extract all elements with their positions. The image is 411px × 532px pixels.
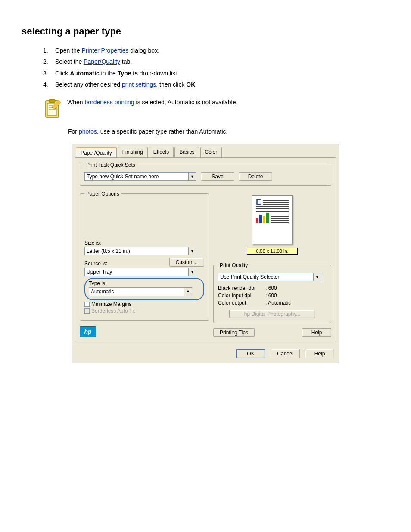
info-val: : 600 [265, 292, 277, 299]
quickset-name-combo[interactable]: ▼ [84, 172, 196, 181]
checkbox-icon [84, 308, 90, 314]
type-label: Type is: [89, 280, 200, 286]
step-text: Select the [55, 58, 84, 65]
chevron-down-icon[interactable]: ▼ [188, 268, 196, 276]
tab-effects[interactable]: Effects [149, 147, 174, 157]
preview-letter-icon: E [256, 199, 261, 205]
help-button[interactable]: Help [305, 349, 334, 358]
step-bold: Type is [118, 70, 138, 77]
info-val: : 600 [265, 285, 277, 292]
checkbox-icon[interactable] [84, 302, 90, 307]
info-key: Black render dpi [218, 285, 265, 292]
step-text: . [195, 81, 197, 88]
help-panel-button[interactable]: Help [302, 328, 331, 337]
step-text: in the [100, 70, 118, 77]
step-bold: OK [186, 81, 195, 88]
tab-basics[interactable]: Basics [174, 147, 199, 157]
printer-properties-dialog: Paper/Quality Finishing Effects Basics C… [72, 144, 339, 363]
page-preview: E [252, 195, 293, 244]
step-1: 1. Open the Printer Properties dialog bo… [43, 46, 389, 55]
step-text: , then click [156, 81, 186, 88]
group-legend: Print Task Quick Sets [84, 162, 137, 168]
step-number: 1. [43, 46, 55, 55]
note-line: , use a specific paper type rather than … [97, 128, 228, 135]
info-key: Color input dpi [218, 292, 265, 299]
step-4: 4. Select any other desired print settin… [43, 80, 389, 89]
size-select[interactable]: ▼ [84, 247, 196, 255]
info-key: Color output [218, 299, 265, 307]
note-line: When [67, 99, 84, 106]
custom-button[interactable]: Custom... [169, 258, 204, 267]
source-select[interactable]: ▼ [84, 268, 196, 276]
group-paper-options: Paper Options Size is: ▼ Source is: Cust… [80, 191, 209, 321]
step-text: Click [55, 70, 70, 77]
group-legend: Print Quality [218, 262, 249, 268]
link-borderless-printing[interactable]: borderless printing [84, 99, 134, 106]
link-paper-quality[interactable]: Paper/Quality [84, 58, 120, 65]
chevron-down-icon[interactable]: ▼ [188, 172, 196, 181]
tab-panel-paper-quality: Print Task Quick Sets ▼ Save Delete Pape… [75, 157, 336, 342]
type-value[interactable] [89, 287, 184, 296]
step-3: 3. Click Automatic in the Type is drop-d… [43, 68, 389, 78]
svg-rect-6 [49, 99, 55, 103]
printing-tips-button[interactable]: Printing Tips [213, 328, 255, 337]
print-quality-select[interactable]: ▼ [218, 273, 321, 281]
type-highlight: Type is: ▼ [84, 278, 204, 300]
tab-finishing[interactable]: Finishing [118, 147, 148, 157]
link-printer-properties[interactable]: Printer Properties [82, 47, 129, 54]
tab-paper-quality[interactable]: Paper/Quality [76, 147, 117, 158]
note-line: For [68, 128, 79, 135]
step-2: 2. Select the Paper/Quality tab. [43, 57, 389, 66]
print-quality-value[interactable] [218, 273, 313, 281]
chevron-down-icon[interactable]: ▼ [188, 247, 196, 255]
chart-bars-icon [256, 213, 269, 223]
step-text: Open the [55, 47, 82, 54]
step-text: drop-down list. [138, 70, 179, 77]
hp-digital-photography-button: hp Digital Photography... [229, 310, 315, 318]
group-print-quality: Print Quality ▼ Black render dpi: 600 Co… [213, 262, 331, 323]
note-line: is selected, Automatic is not available. [134, 99, 238, 106]
chevron-down-icon[interactable]: ▼ [313, 273, 321, 281]
ok-button[interactable]: OK [236, 349, 265, 358]
step-text: Select any other desired [55, 81, 122, 88]
step-number: 3. [43, 68, 55, 78]
link-photos[interactable]: photos [79, 128, 97, 135]
size-label: Size is: [84, 240, 204, 246]
dialog-button-bar: OK Cancel Help [72, 345, 339, 363]
info-val: : Automatic [265, 299, 291, 307]
link-print-settings[interactable]: print settings [122, 81, 156, 88]
instruction-list: 1. Open the Printer Properties dialog bo… [43, 46, 389, 90]
step-text: tab. [120, 58, 132, 65]
tab-color[interactable]: Color [200, 147, 222, 157]
group-print-task-quick-sets: Print Task Quick Sets ▼ Save Delete [80, 162, 331, 186]
step-bold: Automatic [70, 70, 99, 77]
print-quality-info: Black render dpi: 600 Color input dpi: 6… [218, 285, 327, 306]
save-button[interactable]: Save [201, 172, 234, 181]
step-number: 2. [43, 57, 55, 66]
cancel-button[interactable]: Cancel [271, 349, 300, 358]
hp-logo-icon: hp [80, 326, 96, 337]
minimize-margins-checkbox[interactable]: Minimize Margins [84, 301, 204, 307]
tab-strip: Paper/Quality Finishing Effects Basics C… [72, 144, 339, 157]
group-legend: Paper Options [84, 191, 121, 197]
note-block: When borderless printing is selected, Au… [43, 97, 389, 119]
note-line-2: For photos, use a specific paper type ra… [68, 127, 389, 136]
quickset-name-input[interactable] [84, 172, 188, 181]
chevron-down-icon[interactable]: ▼ [184, 287, 192, 296]
borderless-auto-fit-checkbox: Borderless Auto Fit [84, 308, 204, 314]
step-number: 4. [43, 80, 55, 89]
checkbox-label: Borderless Auto Fit [91, 308, 135, 314]
delete-button[interactable]: Delete [239, 172, 272, 181]
step-text: dialog box. [128, 47, 159, 54]
clipboard-icon [43, 97, 63, 119]
size-value[interactable] [84, 247, 188, 255]
source-value[interactable] [84, 268, 188, 276]
source-label: Source is: [84, 261, 107, 267]
type-select[interactable]: ▼ [89, 287, 192, 296]
checkbox-label: Minimize Margins [91, 301, 131, 307]
section-title: selecting a paper type [22, 26, 389, 37]
page-size-badge: 8.50 x 11.00 in. [247, 248, 298, 255]
note-text: When borderless printing is selected, Au… [67, 97, 389, 119]
